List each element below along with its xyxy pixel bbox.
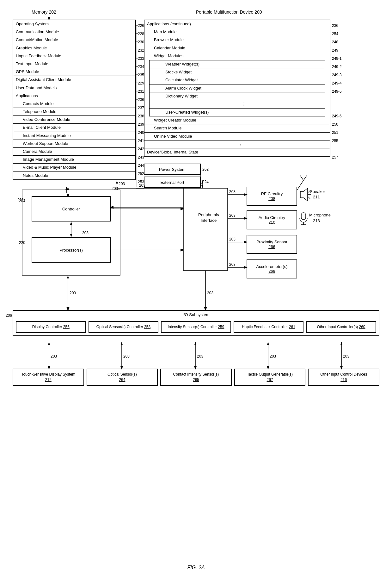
tactile-output-ref: 267 <box>267 377 273 382</box>
pmd-box: Applications (continued) Map Module Brow… <box>144 20 330 157</box>
bottom-tactile-output: Tactile Output Generator(s)267 <box>234 369 306 386</box>
ref-252: 252 <box>138 170 144 178</box>
accelerometer-ref: 268 <box>268 269 275 274</box>
svg-line-74 <box>300 176 303 180</box>
mem-videoconf-label: Video Conference Module <box>23 117 70 122</box>
bottom-cells-row: Touch-Sensitive Display System212 Optica… <box>13 369 379 386</box>
ref-238: 238 <box>138 112 144 120</box>
processor-box: Processor(s) <box>32 237 111 263</box>
ref-233: 233 <box>138 54 144 63</box>
io-haptic-ref: 261 <box>289 325 295 329</box>
external-port-label: External Port <box>160 180 184 185</box>
pmd-ref-249-3: 249-3 <box>332 71 342 79</box>
svg-marker-55 <box>121 342 123 345</box>
pmd-ref-dots <box>332 145 342 153</box>
peripherals-label: PeripheralsInterface <box>187 212 231 223</box>
pmd-ref-236: 236 <box>332 22 342 30</box>
pmd-ref-249-1: 249-1 <box>332 54 342 63</box>
mem-row-contacts: Contacts Module <box>13 100 135 108</box>
mem-contact-label: Contact/Motion Module <box>16 37 58 43</box>
ref-236: 236 <box>138 96 144 104</box>
ref-234: 234 <box>138 63 144 71</box>
speaker-ref: 211 <box>313 195 320 199</box>
pmd-ref: 200 <box>254 9 262 15</box>
pmd-row-apps: Applications (continued) <box>144 20 330 28</box>
mem-telephone-label: Telephone Module <box>23 109 56 115</box>
svg-line-75 <box>303 176 307 180</box>
pmd-row-weather: Weather Widget(s) <box>149 60 325 68</box>
svg-marker-26 <box>70 221 72 225</box>
mem-comm-label: Communication Module <box>16 29 59 35</box>
microphone-icon <box>299 212 308 228</box>
io-display-controller: Display Controller 256 <box>16 321 86 333</box>
controller-box: Controller <box>32 196 111 221</box>
mem-graphics-label: Graphics Module <box>16 45 47 51</box>
pmd-refs: 236 254 248 249 249-1 249-2 249-3 249-4 … <box>332 22 342 161</box>
io-intensity-ref: 259 <box>218 325 224 329</box>
svg-marker-44 <box>67 187 69 190</box>
power-system-box: Power System <box>144 164 201 175</box>
audio-circuitry-box: Audio Circuitry 210 <box>247 210 297 229</box>
pmd-row-user-created: User-Created Widget(s) <box>149 108 325 116</box>
svg-line-1 <box>308 190 310 192</box>
pmd-row-calendar: Calendar Module <box>144 44 330 52</box>
io-title: I/O Subsystem <box>13 311 379 319</box>
mem-row-user: User Data and Models <box>13 84 135 92</box>
svg-text:203: 203 <box>70 291 76 295</box>
ref-231: 231 <box>138 87 144 96</box>
svg-marker-61 <box>267 342 269 345</box>
svg-marker-64 <box>340 342 342 345</box>
svg-text:203: 203 <box>82 231 89 235</box>
pmd-ref-249-2: 249-2 <box>332 63 342 71</box>
proximity-sensor-ref: 266 <box>268 244 275 249</box>
pmd-ref-249-5c <box>332 104 342 112</box>
ref-253: 253 <box>138 178 144 186</box>
mem-row-haptic: Haptic Feedback Module <box>13 52 135 60</box>
rf-circuitry-box: RF Circuitry 208 <box>247 187 297 206</box>
mem-row-notes: Notes Module <box>13 172 135 179</box>
pmd-row-search: Search Module <box>144 124 330 132</box>
pmd-ref-251: 251 <box>332 128 342 137</box>
ref-243: 243 <box>138 153 144 161</box>
svg-text:203: 203 <box>119 182 125 186</box>
pmd-row-dictionary: Dictionary Widget <box>149 92 325 100</box>
mem-row-os: Operating System <box>13 20 135 28</box>
mem-os-label: Operating System <box>16 21 49 27</box>
mem-row-graphics: Graphics Module <box>13 44 135 52</box>
mem-row-comm: Communication Module <box>13 28 135 36</box>
pmd-row-calculator: Calculator Widget <box>149 76 325 84</box>
mem-row-gps: GPS Module <box>13 68 135 76</box>
mem-row-im: Instant Messaging Module <box>13 132 135 140</box>
mem-email-label: E-mail Client Module <box>23 125 61 130</box>
pmd-row-dots2: ⋮ <box>144 140 330 148</box>
mem-row-text: Text Input Module <box>13 60 135 68</box>
pmd-row-dots1: ⋮ <box>149 100 325 108</box>
rf-circuitry-ref: 208 <box>268 196 275 201</box>
io-row: Display Controller 256 Optical Sensor(s)… <box>13 319 379 335</box>
pmd-ref-249-4: 249-4 <box>332 79 342 87</box>
diagram: Memory 202 Operating System Communicatio… <box>0 0 392 580</box>
bottom-optical-sensor: Optical Sensor(s)264 <box>87 369 158 386</box>
microphone-ref: 213 <box>313 218 320 223</box>
mem-row-telephone: Telephone Module <box>13 108 135 116</box>
mem-contacts-label: Contacts Module <box>23 101 54 107</box>
ref-240: 240 <box>138 128 144 137</box>
pmd-ref-254: 254 <box>332 30 342 38</box>
svg-text:203: 203 <box>229 237 236 241</box>
mem-video-label: Video & Music Player Module <box>23 165 77 170</box>
proximity-sensor-label: Proximity Sensor <box>256 240 287 244</box>
accelerometer-box: Accelerometer(s) 268 <box>247 259 297 278</box>
ref-242: 242 <box>138 145 144 153</box>
pmd-ref-249-5b <box>332 96 342 104</box>
mem-apps-label: Applications <box>16 93 38 99</box>
svg-text:203: 203 <box>197 354 203 359</box>
processor-label: Processor(s) <box>59 248 83 253</box>
ref-237: 237 <box>138 104 144 112</box>
ref-241: 241 <box>138 137 144 145</box>
svg-marker-27 <box>70 234 72 237</box>
memory-label: Memory 202 <box>32 9 56 15</box>
mem-text-label: Text Input Module <box>16 61 48 67</box>
svg-marker-67 <box>67 275 69 278</box>
power-system-label: Power System <box>159 167 186 172</box>
ref-206: 206 <box>6 313 12 318</box>
